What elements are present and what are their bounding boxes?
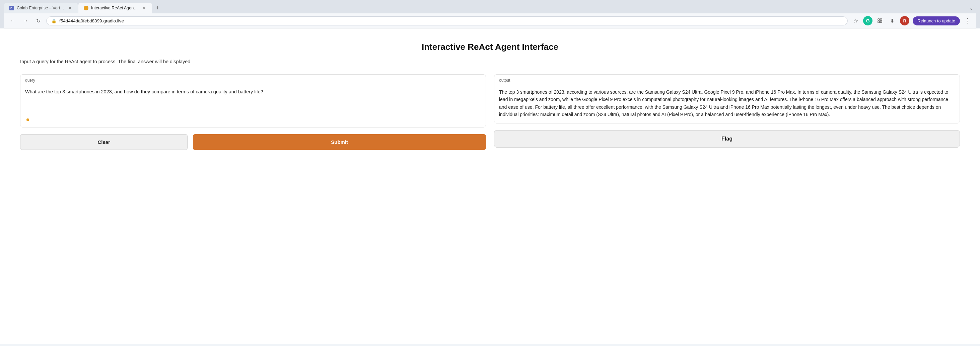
svg-text:C: C (10, 7, 13, 10)
main-grid: query What are the top 3 smartphones in … (20, 74, 960, 150)
svg-rect-5 (880, 21, 882, 23)
query-panel-content: What are the top 3 smartphones in 2023, … (21, 85, 486, 127)
address-bar-row: ← → ↻ 🔒 ☆ G ⬇ R Relaunch to update (4, 13, 976, 29)
svg-rect-4 (878, 21, 880, 23)
reload-button[interactable]: ↻ (33, 16, 43, 25)
new-tab-button[interactable]: + (153, 3, 162, 13)
flag-section: Flag (494, 130, 960, 148)
page-subtitle: Input a query for the ReAct agent to pro… (20, 59, 960, 64)
tab-gradio[interactable]: Interactive ReAct Agent Inter... ✕ (78, 3, 152, 13)
relaunch-label: Relaunch to update (917, 18, 955, 24)
tab-gradio-close[interactable]: ✕ (142, 5, 147, 11)
query-panel: query What are the top 3 smartphones in … (20, 74, 486, 127)
status-dot (27, 119, 29, 121)
output-label: output (494, 75, 959, 85)
query-label: query (21, 75, 486, 85)
tab-colab[interactable]: C Colab Enterprise – Vertex AI ... ✕ (4, 3, 78, 13)
toolbar-icons: ☆ G ⬇ (851, 16, 897, 25)
output-panel: output The top 3 smartphones of 2023, ac… (494, 74, 960, 124)
address-bar[interactable]: 🔒 (46, 16, 848, 25)
tab-bar: C Colab Enterprise – Vertex AI ... ✕ Int… (4, 3, 976, 13)
tab-colab-favicon: C (10, 6, 14, 10)
tab-colab-title: Colab Enterprise – Vertex AI ... (17, 6, 64, 10)
url-input[interactable] (59, 18, 843, 24)
downloads-icon[interactable]: ⬇ (887, 16, 897, 25)
profile-avatar[interactable]: R (900, 16, 909, 25)
star-icon[interactable]: ☆ (851, 16, 861, 25)
page-content: Interactive ReAct Agent Interface Input … (0, 29, 980, 344)
tab-colab-close[interactable]: ✕ (67, 5, 72, 11)
back-button[interactable]: ← (8, 16, 18, 25)
relaunch-button[interactable]: Relaunch to update (913, 16, 960, 25)
right-column: output The top 3 smartphones of 2023, ac… (494, 74, 960, 148)
grammarly-icon[interactable]: G (863, 16, 872, 25)
browser-menu-button[interactable]: ⋮ (963, 17, 972, 24)
clear-button[interactable]: Clear (20, 134, 188, 150)
svg-rect-2 (878, 19, 880, 21)
extension-icon[interactable] (875, 16, 885, 25)
tab-gradio-favicon (84, 6, 88, 10)
browser-chrome: C Colab Enterprise – Vertex AI ... ✕ Int… (0, 0, 980, 29)
lock-icon: 🔒 (51, 18, 57, 24)
flag-button[interactable]: Flag (494, 130, 960, 148)
output-panel-content: The top 3 smartphones of 2023, according… (494, 85, 959, 123)
query-input[interactable]: What are the top 3 smartphones in 2023, … (25, 88, 481, 115)
submit-button[interactable]: Submit (193, 134, 486, 150)
buttons-row: Clear Submit (20, 134, 486, 150)
tab-gradio-title: Interactive ReAct Agent Inter... (91, 6, 138, 10)
svg-rect-3 (880, 19, 882, 21)
page-title: Interactive ReAct Agent Interface (20, 42, 960, 52)
left-column: query What are the top 3 smartphones in … (20, 74, 486, 150)
forward-button[interactable]: → (21, 16, 30, 25)
tab-expand-button[interactable]: ⌄ (967, 3, 976, 13)
output-text: The top 3 smartphones of 2023, according… (499, 88, 955, 119)
